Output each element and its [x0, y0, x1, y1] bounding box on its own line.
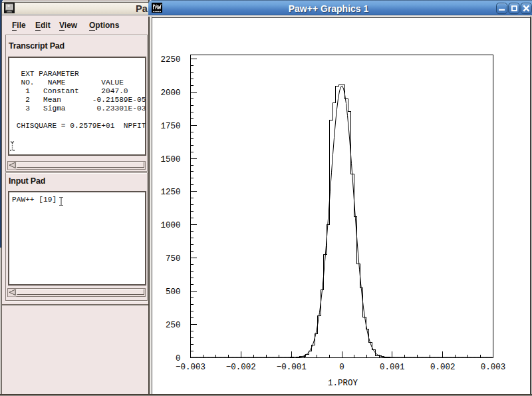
- svg-text:−0.003: −0.003: [176, 363, 205, 372]
- svg-text:1000: 1000: [160, 221, 180, 230]
- svg-text:0: 0: [339, 363, 344, 372]
- svg-text:1500: 1500: [160, 155, 180, 164]
- svg-text:1750: 1750: [160, 122, 180, 131]
- svg-text:−0.002: −0.002: [226, 363, 256, 372]
- svg-text:−0.001: −0.001: [277, 363, 307, 372]
- svg-text:0.002: 0.002: [430, 363, 456, 372]
- svg-text:500: 500: [166, 288, 181, 297]
- svg-text:1250: 1250: [160, 188, 180, 197]
- svg-text:750: 750: [166, 254, 181, 264]
- svg-text:250: 250: [166, 321, 181, 330]
- svg-text:0.001: 0.001: [380, 363, 405, 372]
- svg-text:0: 0: [176, 354, 181, 363]
- svg-text:0.003: 0.003: [481, 363, 506, 372]
- svg-text:2250: 2250: [160, 55, 180, 65]
- svg-text:2000: 2000: [160, 89, 180, 98]
- svg-text:1.PROY: 1.PROY: [328, 379, 358, 388]
